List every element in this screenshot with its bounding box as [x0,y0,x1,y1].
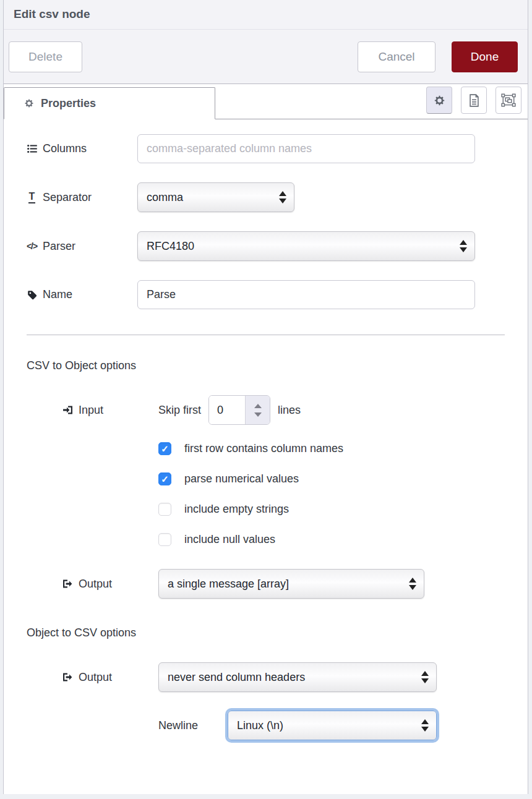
columns-row: Columns [27,134,505,163]
checkbox-row: parse numerical values [158,472,505,485]
newline-label: Newline [158,719,228,732]
gear-icon [434,95,445,106]
object-output-select[interactable]: never send column headers [158,662,437,692]
description-view-button[interactable] [461,87,487,114]
dialog-header: Edit csv node [4,0,528,30]
tab-bar: Properties [4,84,528,119]
list-icon [27,144,37,153]
cancel-button[interactable]: Cancel [358,41,435,72]
object-to-csv-heading: Object to CSV options [27,626,505,639]
newline-select-value: Linux (\n) [237,719,283,732]
select-arrows-icon [421,719,429,732]
include-empty-strings-checkbox[interactable] [158,503,171,516]
csv-output-row: Output a single message [array] [27,569,505,599]
csv-output-select-value: a single message [array] [168,578,289,591]
object-output-select-value: never send column headers [168,671,305,684]
separator-select-value: comma [147,191,183,204]
dialog-title: Edit csv node [14,7,90,20]
tab-properties[interactable]: Properties [4,87,215,119]
done-button[interactable]: Done [452,41,518,72]
name-label: Name [27,288,137,301]
newline-row: Newline Linux (\n) [27,711,505,740]
sign-out-icon [62,672,73,682]
skip-first-prefix: Skip first [158,404,201,417]
select-arrows-icon [460,240,467,252]
separator-label: T Separator [27,191,137,204]
first-row-names-checkbox[interactable] [158,442,171,455]
parser-select-value: RFC4180 [147,240,194,253]
view-buttons [426,87,528,119]
properties-panel: Columns T Separator comma </> Parser RFC… [4,119,528,794]
skip-lines-input[interactable] [209,396,246,424]
checkbox-row: include null values [158,533,505,546]
input-label: Input [62,404,158,417]
spinner-up-icon[interactable] [254,404,262,408]
properties-view-button[interactable] [426,87,452,114]
select-arrows-icon [279,191,286,203]
newline-select[interactable]: Linux (\n) [228,711,437,740]
skip-first-suffix: lines [278,404,301,417]
document-icon [468,94,480,107]
tag-icon [27,290,37,300]
select-arrows-icon [409,578,416,590]
skip-lines-spinner [208,395,270,425]
dialog-toolbar: Delete Cancel Done [4,30,528,84]
parser-select[interactable]: RFC4180 [137,231,475,261]
name-input[interactable] [137,280,475,309]
separator-select[interactable]: comma [137,182,294,212]
appearance-icon [501,93,516,107]
columns-label: Columns [27,142,137,155]
parse-numerical-checkbox[interactable] [158,472,171,485]
spinner-buttons[interactable] [246,396,270,424]
gear-icon [24,98,34,108]
toolbar-right: Cancel Done [358,41,518,72]
output-label: Output [62,671,158,684]
delete-button[interactable]: Delete [9,41,82,72]
columns-input[interactable] [137,134,475,163]
csv-output-select[interactable]: a single message [array] [158,569,424,599]
spinner-down-icon[interactable] [254,412,262,417]
csv-to-object-heading: CSV to Object options [27,359,505,372]
name-row: Name [27,280,505,309]
sign-in-icon [62,405,73,415]
parser-label: </> Parser [27,240,137,253]
checkbox-row: first row contains column names [158,442,505,455]
code-icon: </> [27,241,37,251]
select-arrows-icon [421,671,429,683]
section-divider [27,335,505,335]
separator-row: T Separator comma [27,182,505,212]
parser-row: </> Parser RFC4180 [27,231,505,261]
include-null-values-checkbox[interactable] [158,533,171,546]
appearance-view-button[interactable] [496,87,521,114]
checkbox-row: include empty strings [158,503,505,516]
text-width-icon: T [27,192,37,203]
object-output-row: Output never send column headers [27,662,505,692]
edit-csv-node-dialog: Edit csv node Delete Cancel Done Propert… [3,0,528,794]
sign-out-icon [62,579,73,589]
tab-properties-label: Properties [41,97,96,110]
input-options-row: Input Skip first lines [27,395,505,425]
output-label: Output [62,578,158,591]
